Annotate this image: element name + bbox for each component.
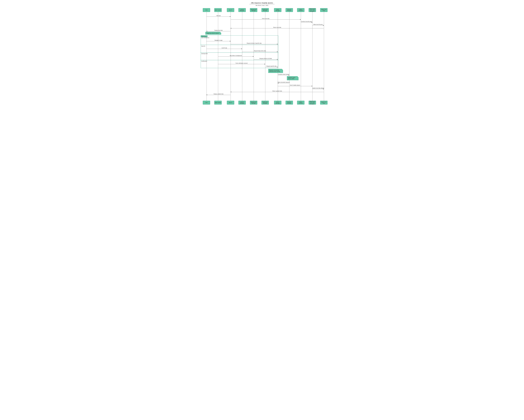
message-line (278, 83, 289, 83)
guard-condition: [background] (201, 53, 208, 54)
participant-request-manager: Request Manager (286, 8, 293, 12)
message: Request specific data (265, 66, 278, 67)
message-label: View app (206, 15, 231, 16)
arrow-icon (206, 94, 207, 95)
note: Triggering network request (205, 32, 221, 34)
message: Make local db query (312, 24, 324, 26)
arrow-icon (278, 83, 279, 84)
message-label: Return local data (231, 27, 324, 28)
arrow-icon (277, 51, 278, 52)
message-label: Compose actual request (278, 74, 289, 75)
arrow-icon (241, 48, 242, 49)
message-label: Construct local db query (301, 21, 312, 22)
alt-separator (201, 52, 278, 53)
alt-label: Alternative (201, 35, 208, 37)
arrow-icon (323, 89, 324, 89)
message-label: Return decoded response (278, 82, 289, 83)
arrow-icon (312, 86, 312, 86)
note: Requires connectivity, otherwise does no… (268, 69, 283, 73)
participant-apple-core-data-bottom: Apple Core Data (320, 101, 328, 104)
participant-user-bottom: User (203, 101, 210, 104)
message-line (218, 56, 254, 57)
participant-background-manager: Background Manager (250, 8, 257, 12)
arrow-icon (312, 22, 312, 23)
message-label: Send Codable objects (278, 85, 312, 86)
message: Request high priority data (242, 51, 278, 52)
message-label: Return updated data (231, 91, 324, 92)
alt-separator (201, 45, 278, 45)
message-label: Request refresh of all data (254, 58, 278, 59)
message: Return local data (231, 27, 324, 29)
diagram-subtitle: Ben Norris | July 2, 2022 (197, 5, 327, 6)
arrow-icon (230, 28, 231, 29)
arrow-icon (253, 56, 254, 57)
arrow-icon (277, 44, 278, 44)
arrow-icon (300, 19, 301, 20)
message: Request refresh of specific data (231, 43, 278, 44)
participant-apple-system-bottom: Apple System (214, 101, 222, 104)
message-label: Request refresh of specific data (231, 43, 278, 44)
message-line (206, 17, 231, 17)
participant-launch-manager: Launch Manager (238, 8, 246, 12)
message: Launch app (206, 48, 242, 49)
message-label: Request high priority data (242, 50, 278, 51)
participant-background-manager-bottom: Background Manager (250, 101, 257, 104)
arrow-icon (230, 92, 231, 92)
message: Construct local db query (301, 21, 312, 23)
arrow-icon (323, 25, 324, 26)
participant-core-data-managers-bottom: Object-level Core Data Managers (309, 101, 316, 104)
message: Send Codable objects (278, 85, 312, 86)
participant-app-ui-bottom: App UI (227, 101, 234, 104)
message-line (242, 52, 278, 52)
message-label: Request specific data (265, 66, 278, 67)
participant-app-ui: App UI (227, 8, 234, 12)
guard-condition: [user interaction] (201, 37, 209, 38)
participant-notification-manager: Notification Manager (262, 8, 269, 12)
message: Navigate to page (206, 40, 231, 42)
participant-user: User (203, 8, 210, 12)
arrow-icon (277, 67, 278, 67)
message-label: Display updated data (206, 93, 231, 94)
participant-object-fetchers-bottom: Object Fetchers (297, 101, 305, 104)
guard-condition: [launch] (201, 46, 205, 47)
message: App woken in background (218, 55, 254, 57)
message-line (231, 19, 301, 20)
message: Request refresh of all data (254, 58, 278, 60)
participant-core-data-managers: Object-level Core Data Managers (309, 8, 316, 12)
participant-apple-core-data: Apple Core Data (320, 8, 328, 12)
message-label: App woken in background (218, 55, 254, 56)
message: Return updated data (231, 91, 324, 92)
arrow-icon (264, 64, 265, 65)
title-block: UML Sequence: GraphQL Queries Ben Norris… (197, 2, 327, 6)
message: Update local data objects (312, 88, 324, 89)
arrow-icon (230, 41, 231, 42)
message-line (312, 25, 324, 25)
lifeline-request-manager (289, 12, 289, 101)
message: Display local data (206, 30, 231, 32)
message-label: Push notification received (218, 63, 265, 64)
arrow-icon (288, 75, 289, 76)
message-line (301, 22, 312, 23)
arrow-icon (206, 31, 207, 32)
message: Compose actual request (278, 74, 289, 76)
message-label: Make local db query (312, 24, 324, 25)
message-label: Display local data (206, 30, 231, 31)
message: View app (206, 16, 231, 17)
diagram-title: UML Sequence: GraphQL Queries (249, 2, 275, 4)
message: Fetch local data (231, 18, 301, 20)
participant-request-manager-bottom: Request Manager (286, 101, 293, 104)
message-label: Update local data objects (312, 88, 324, 89)
message: Display updated data (206, 94, 231, 95)
message-label: Fetch local data (231, 18, 301, 19)
message: Return decoded response (278, 82, 289, 84)
participant-query-manager-bottom: Query Manager (274, 101, 281, 104)
arrow-icon (230, 16, 231, 17)
guard-condition: [notification] (201, 61, 207, 62)
note: GraphQL Query, returns JSON (287, 76, 298, 80)
participant-apple-system: Apple System (214, 8, 222, 12)
message-label: Navigate to page (206, 40, 231, 41)
participant-object-fetchers: Object Fetchers (297, 8, 305, 12)
message-line (231, 28, 324, 28)
participant-notification-manager-bottom: Notification Manager (262, 101, 269, 104)
sequence-diagram: UserUserApple SystemApple SystemApp UIAp… (197, 8, 327, 104)
